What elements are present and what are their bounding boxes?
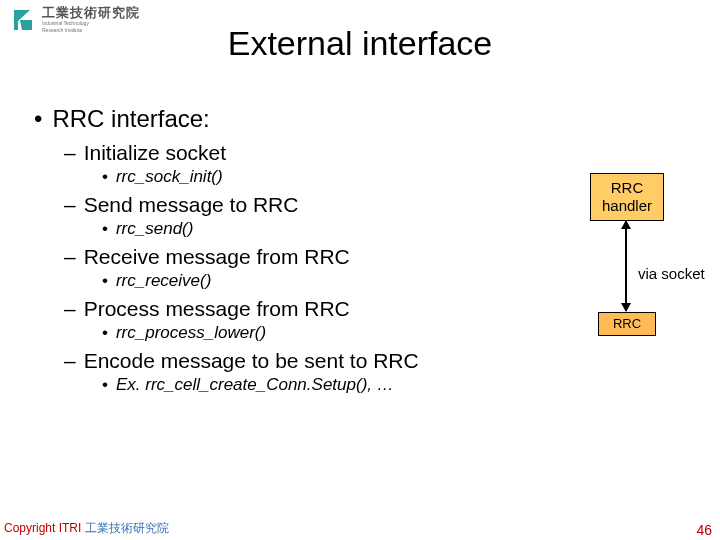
h2-text: Receive message from RRC [84, 245, 350, 268]
edge-label: via socket [638, 265, 705, 282]
slide-title: External interface [0, 24, 720, 63]
h2-text: Encode message to be sent to RRC [84, 349, 419, 372]
bullet-level2: –Send message to RRC [64, 193, 474, 217]
content-outline: •RRC interface: –Initialize socket •rrc_… [34, 105, 474, 401]
h3-text: rrc_send() [116, 219, 193, 238]
copyright-text: Copyright ITRI 工業技術研究院 [4, 520, 169, 537]
bidirectional-arrow-icon [625, 221, 627, 311]
h1-text: RRC interface: [52, 105, 209, 132]
h2-text: Process message from RRC [84, 297, 350, 320]
h3-text: rrc_sock_init() [116, 167, 223, 186]
box-label: RRC handler [591, 179, 663, 215]
bullet-level2: –Process message from RRC [64, 297, 474, 321]
bullet-level1: •RRC interface: [34, 105, 474, 133]
bullet-level3: •rrc_receive() [102, 271, 474, 291]
bullet-level3: •Ex. rrc_cell_create_Conn.Setup(), … [102, 375, 474, 395]
h2-text: Send message to RRC [84, 193, 299, 216]
bullet-level2: –Encode message to be sent to RRC [64, 349, 474, 373]
h3-text: rrc_process_lower() [116, 323, 266, 342]
box-label: RRC [613, 316, 641, 332]
bullet-level3: •rrc_process_lower() [102, 323, 474, 343]
bullet-level2: –Initialize socket [64, 141, 474, 165]
h3-text: rrc_receive() [116, 271, 211, 290]
diagram-box-rrc-handler: RRC handler [590, 173, 664, 221]
page-number: 46 [696, 522, 712, 538]
bullet-level3: •rrc_sock_init() [102, 167, 474, 187]
logo-text-cjk: 工業技術研究院 [42, 6, 140, 19]
diagram-box-rrc: RRC [598, 312, 656, 336]
slide-footer: Copyright ITRI 工業技術研究院 46 [0, 520, 720, 540]
copyright-blue: 工業技術研究院 [81, 521, 168, 535]
copyright-red: Copyright ITRI [4, 521, 81, 535]
h3-text: Ex. rrc_cell_create_Conn.Setup(), … [116, 375, 394, 394]
bullet-level3: •rrc_send() [102, 219, 474, 239]
bullet-level2: –Receive message from RRC [64, 245, 474, 269]
h2-text: Initialize socket [84, 141, 226, 164]
